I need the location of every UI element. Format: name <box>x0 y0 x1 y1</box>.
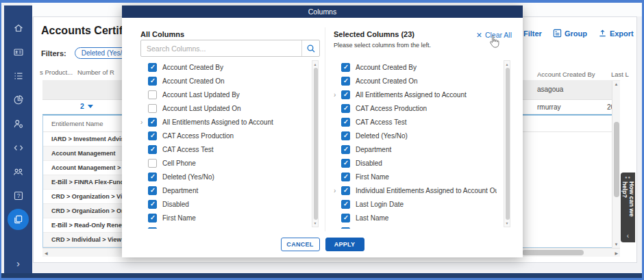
id-card-icon[interactable] <box>10 43 27 60</box>
column-label: Account Last Updated By <box>162 91 240 99</box>
selected-columns-scrollbar[interactable]: ▲ ▼ <box>504 60 510 227</box>
scroll-right-icon[interactable]: ▶ <box>615 251 618 255</box>
apply-button[interactable]: APPLY <box>325 238 364 251</box>
column-header-records[interactable]: Number of R <box>77 68 114 76</box>
column-item[interactable]: Disabled <box>140 197 312 211</box>
column-header-last[interactable]: Last L <box>611 71 629 78</box>
scroll-up-icon[interactable]: ▲ <box>612 82 620 86</box>
expand-chevron-icon[interactable]: › <box>334 91 341 99</box>
checkbox[interactable] <box>341 63 350 72</box>
checkbox[interactable] <box>341 118 350 127</box>
checkbox[interactable] <box>148 131 157 140</box>
checkbox[interactable] <box>148 104 157 113</box>
checkbox[interactable] <box>148 200 157 209</box>
column-item[interactable]: Account Created On <box>140 74 312 88</box>
checkbox[interactable] <box>148 63 157 72</box>
column-item[interactable]: Department <box>140 183 312 197</box>
checkbox[interactable] <box>341 214 350 222</box>
column-item[interactable]: CAT Access Test <box>140 142 312 156</box>
count-dropdown[interactable]: 2 <box>80 102 93 110</box>
column-item[interactable]: CAT Access Production <box>140 129 312 142</box>
column-item[interactable]: First Name <box>334 170 497 183</box>
checkbox[interactable] <box>148 145 157 154</box>
column-item[interactable]: Account Created By <box>140 60 312 74</box>
checkbox[interactable] <box>148 159 157 168</box>
column-item[interactable]: Last Login Date <box>334 197 497 211</box>
column-header-created-by[interactable]: Account Created By <box>537 71 595 78</box>
checkbox[interactable] <box>148 214 157 222</box>
checkbox[interactable] <box>341 104 350 113</box>
column-item[interactable]: Deleted (Yes/No) <box>334 129 497 142</box>
column-item[interactable]: ›All Entitlements Assigned to Account <box>334 88 497 101</box>
scroll-thumb[interactable] <box>314 68 318 220</box>
column-item[interactable]: ›Individual Entitlements Assigned to Acc… <box>140 225 312 229</box>
scroll-left-icon[interactable]: ◀ <box>45 251 48 255</box>
column-item[interactable]: Last Name <box>334 211 497 225</box>
expand-chevron-icon[interactable]: › <box>140 118 148 126</box>
checkbox[interactable] <box>341 227 350 229</box>
scroll-up-icon[interactable]: ▲ <box>312 62 318 66</box>
checkbox[interactable] <box>341 200 350 209</box>
user-settings-icon[interactable] <box>10 115 27 132</box>
vertical-scroll-thumb[interactable] <box>614 122 619 197</box>
checkbox[interactable] <box>341 186 350 195</box>
column-label: Account Last Updated On <box>162 105 241 112</box>
filter-button[interactable]: Filter <box>523 29 542 38</box>
quick-action-button[interactable] <box>8 209 29 230</box>
scroll-down-icon[interactable]: ▼ <box>612 242 620 246</box>
column-item[interactable]: Account Created On <box>334 74 497 88</box>
vertical-scrollbar[interactable]: ▲ ▼ <box>612 81 620 248</box>
column-item[interactable]: Department <box>334 142 497 156</box>
checkbox[interactable] <box>148 173 157 181</box>
export-button[interactable]: Export <box>598 29 634 38</box>
column-item[interactable]: CAT Access Test <box>334 115 497 129</box>
code-icon[interactable] <box>10 139 27 156</box>
checkbox[interactable] <box>341 77 350 86</box>
column-item[interactable]: First Name <box>140 211 312 225</box>
column-item[interactable]: Deleted (Yes/No) <box>140 170 312 183</box>
checkbox[interactable] <box>148 227 157 229</box>
column-item[interactable]: Account Created By <box>334 60 497 74</box>
help-tab[interactable]: ●● How can we help? ‹ <box>621 173 635 242</box>
scroll-down-icon[interactable]: ▼ <box>312 221 318 225</box>
search-icon[interactable] <box>301 40 319 56</box>
scroll-up-icon[interactable]: ▲ <box>504 62 510 66</box>
checkbox[interactable] <box>341 159 350 168</box>
home-icon[interactable] <box>10 19 27 36</box>
column-item[interactable]: Middle Name <box>334 225 497 229</box>
column-item[interactable]: Cell Phone <box>140 156 312 170</box>
search-input[interactable] <box>141 44 301 53</box>
expand-chevron-icon[interactable]: › <box>140 228 148 229</box>
help-icon[interactable]: ? <box>10 187 27 204</box>
checkbox[interactable] <box>341 131 350 140</box>
scroll-down-icon[interactable]: ▼ <box>504 221 510 225</box>
column-item[interactable]: Disabled <box>334 156 497 170</box>
all-columns-scrollbar[interactable]: ▲ ▼ <box>312 60 319 227</box>
column-header-product[interactable]: s Product... <box>40 68 73 76</box>
column-item[interactable]: Account Last Updated By <box>140 88 312 101</box>
checkbox[interactable] <box>341 145 350 154</box>
group-button[interactable]: Group <box>553 29 587 38</box>
all-columns-heading: All Columns <box>140 30 184 38</box>
checkbox[interactable] <box>341 173 350 181</box>
sidebar-expand-chevron[interactable]: › <box>4 257 32 269</box>
expand-chevron-icon[interactable]: › <box>334 187 341 194</box>
column-item[interactable]: Account Last Updated On <box>140 101 312 115</box>
column-item[interactable]: ›Individual Entitlements Assigned to Acc… <box>334 183 497 197</box>
column-item[interactable]: CAT Access Production <box>334 101 497 115</box>
cancel-button[interactable]: CANCEL <box>281 238 320 251</box>
scroll-thumb[interactable] <box>506 68 510 220</box>
help-collapse-icon[interactable]: ‹ <box>627 232 629 240</box>
pie-chart-icon[interactable] <box>10 91 27 108</box>
column-item[interactable]: ›All Entitlements Assigned to Account <box>140 115 312 129</box>
checkbox[interactable] <box>148 118 157 127</box>
horizontal-scroll-thumb[interactable] <box>522 250 584 255</box>
app-window: ? › Accounts Certification Filters: Dele… <box>0 0 644 280</box>
checkbox[interactable] <box>148 77 157 86</box>
task-list-icon[interactable] <box>10 67 27 84</box>
user-group-icon[interactable] <box>10 163 27 180</box>
checkbox[interactable] <box>148 186 157 195</box>
checkbox[interactable] <box>148 90 157 99</box>
checkbox[interactable] <box>341 90 350 99</box>
column-label: Disabled <box>356 160 382 167</box>
